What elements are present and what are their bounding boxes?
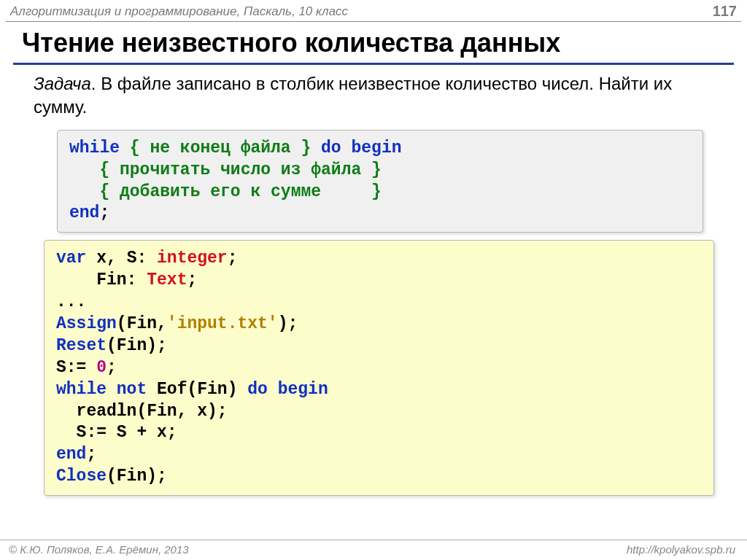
footer-bar: © К.Ю. Поляков, Е.А. Ерёмин, 2013 http:/… <box>0 540 747 556</box>
header-bar: Алгоритмизация и программирование, Паска… <box>0 0 747 21</box>
task-text: Задача. В файле записано в столбик неизв… <box>0 71 747 127</box>
page-title: Чтение неизвестного количества данных <box>0 25 747 63</box>
header-rule <box>6 21 741 22</box>
page-number: 117 <box>713 3 737 20</box>
task-label: Задача <box>34 74 91 93</box>
footer-url: http://kpolyakov.spb.ru <box>627 543 735 556</box>
code-box: var x, S: integer; Fin: Text; ... Assign… <box>44 240 714 496</box>
header-subject: Алгоритмизация и программирование, Паска… <box>10 4 348 19</box>
task-body: . В файле записано в столбик неизвестное… <box>34 74 672 117</box>
title-rule <box>13 63 734 65</box>
pseudocode-box: while { не конец файла } do begin { проч… <box>57 130 703 233</box>
footer-copyright: © К.Ю. Поляков, Е.А. Ерёмин, 2013 <box>9 543 189 556</box>
